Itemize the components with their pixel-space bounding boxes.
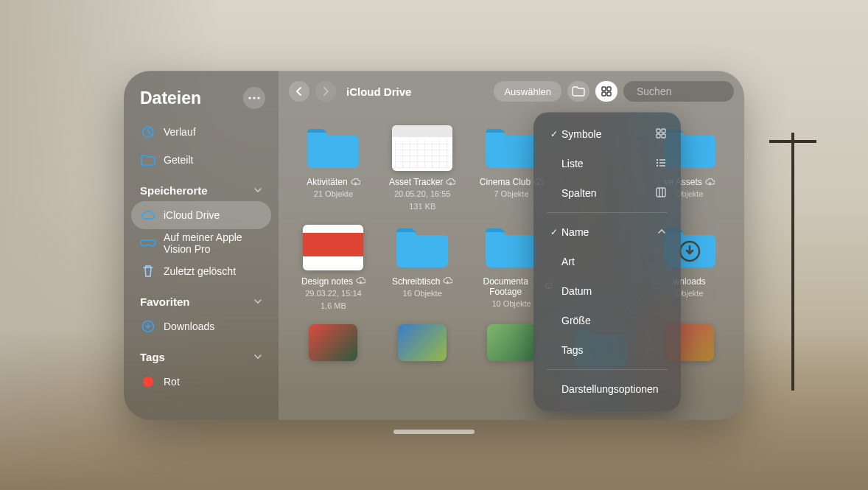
file-name-label: Documenta Footage: [470, 276, 542, 297]
cloud-download-icon: [446, 178, 455, 186]
svg-rect-8: [607, 92, 611, 96]
file-item[interactable]: Design notes29.03.22, 15:141,6 MB: [292, 225, 375, 312]
popover-item-datum[interactable]: Datum: [541, 276, 673, 306]
view-options-popover: ✓SymboleListeSpalten ✓NameArtDatumGrößeT…: [533, 112, 681, 411]
sort-asc-icon: [657, 226, 666, 238]
check-icon: ✓: [548, 129, 560, 139]
sidebar-item-zuletzt-gelöscht[interactable]: Zuletzt gelöscht: [131, 257, 271, 285]
svg-point-17: [657, 161, 658, 163]
popover-item-größe[interactable]: Größe: [541, 306, 673, 335]
new-folder-button[interactable]: [567, 81, 589, 102]
cloud-download-icon: [443, 277, 452, 285]
grid-icon: [656, 128, 666, 141]
svg-rect-12: [657, 129, 660, 133]
file-meta: 21 Objekte: [314, 189, 353, 200]
section-tags[interactable]: Tags: [131, 340, 271, 368]
download-circle-icon: [140, 320, 156, 333]
check-icon: ✓: [548, 227, 560, 237]
popover-item-name[interactable]: ✓Name: [541, 217, 673, 247]
sidebar-item-label: Auf meiner Apple Vision Pro: [164, 231, 262, 255]
svg-rect-5: [602, 87, 606, 91]
file-item[interactable]: [381, 324, 464, 370]
sidebar-item-rot[interactable]: Rot: [131, 368, 271, 396]
main-content: iCloud Drive Auswählen Aktivitäten21 Obj…: [279, 71, 744, 420]
visionpro-icon: [140, 239, 156, 248]
sidebar-item-label: Rot: [164, 376, 180, 388]
list-icon: [656, 158, 666, 170]
file-meta: 16 Objekte: [403, 288, 442, 299]
tag-dot-icon: [143, 377, 153, 387]
folder-icon: [481, 225, 542, 270]
section-locations[interactable]: Speicherorte: [131, 174, 271, 201]
popover-item-symbole[interactable]: ✓Symbole: [541, 119, 673, 149]
file-meta: 20.05.20, 16:55: [394, 189, 450, 200]
file-name-label: Asset Tracker: [389, 177, 443, 187]
file-name-label: Aktivitäten: [307, 177, 347, 187]
sidebar-item-geteilt[interactable]: Geteilt: [131, 146, 271, 174]
sidebar-item-icloud-drive[interactable]: iCloud Drive: [131, 201, 271, 229]
popover-item-spalten[interactable]: Spalten: [541, 178, 673, 208]
popover-item-tags[interactable]: Tags: [541, 335, 673, 365]
photo-thumbnail: [487, 324, 536, 361]
document-icon: [392, 125, 452, 171]
cloud-icon: [140, 210, 156, 220]
folder-icon: [303, 125, 363, 171]
sidebar-item-downloads[interactable]: Downloads: [131, 312, 271, 340]
popover-item-art[interactable]: Art: [541, 247, 673, 276]
popover-item-label: Tags: [561, 344, 666, 356]
folder-icon: [392, 225, 452, 270]
select-button[interactable]: Auswählen: [494, 81, 561, 102]
file-item[interactable]: [292, 324, 375, 370]
popover-item-label: Spalten: [561, 187, 656, 199]
sidebar-item-label: Downloads: [164, 321, 214, 332]
chevron-down-icon: [253, 184, 262, 197]
app-title: Dateien: [140, 88, 243, 108]
file-meta: 7 Objekte: [494, 189, 528, 200]
cloud-download-icon: [705, 178, 715, 186]
section-favorites[interactable]: Favoriten: [131, 285, 271, 312]
svg-point-2: [257, 97, 259, 99]
more-button[interactable]: [243, 87, 265, 109]
file-item[interactable]: Schreibtisch16 Objekte: [381, 225, 464, 312]
location-title: iCloud Drive: [346, 85, 494, 98]
svg-point-0: [248, 97, 251, 99]
file-name-label: Design notes: [301, 276, 353, 287]
sidebar-item-auf-meiner-apple-vision-pro[interactable]: Auf meiner Apple Vision Pro: [131, 229, 271, 257]
sidebar-item-label: Zuletzt gelöscht: [164, 265, 236, 277]
popover-item-label: Name: [561, 226, 657, 238]
section-locations-label: Speicherorte: [140, 184, 208, 197]
search-field[interactable]: [623, 81, 734, 102]
cloud-download-icon: [351, 178, 360, 186]
sidebar-item-label: Geteilt: [164, 154, 193, 166]
file-item[interactable]: Asset Tracker20.05.20, 16:55131 KB: [381, 125, 464, 213]
sidebar-item-verlauf[interactable]: Verlauf: [131, 118, 271, 146]
back-button[interactable]: [289, 81, 309, 102]
cloud-download-icon: [356, 277, 365, 285]
file-meta: 131 KB: [409, 201, 435, 212]
svg-point-1: [253, 97, 255, 99]
select-button-label: Auswählen: [504, 86, 551, 97]
window-resize-bar[interactable]: [393, 430, 475, 434]
svg-rect-22: [657, 188, 665, 197]
folder-icon: [481, 125, 542, 171]
document-icon: [303, 225, 363, 270]
search-input[interactable]: [637, 85, 744, 97]
svg-rect-13: [662, 129, 665, 133]
section-tags-label: Tags: [140, 351, 165, 363]
display-options-item[interactable]: Darstellungsoptionen: [541, 374, 673, 404]
popover-item-label: Datum: [561, 285, 666, 297]
chevron-down-icon: [253, 295, 262, 308]
popover-item-liste[interactable]: Liste: [541, 149, 673, 178]
separator: [547, 212, 668, 213]
file-name-label: Schreibtisch: [392, 276, 440, 287]
view-options-button[interactable]: [595, 81, 617, 102]
files-window: Dateien VerlaufGeteilt Speicherorte iClo…: [124, 71, 744, 420]
svg-point-18: [657, 164, 658, 166]
display-options-label: Darstellungsoptionen: [561, 383, 666, 395]
sidebar: Dateien VerlaufGeteilt Speicherorte iClo…: [124, 71, 279, 420]
section-favorites-label: Favoriten: [140, 295, 190, 308]
clock-icon: [140, 125, 156, 139]
forward-button[interactable]: [315, 81, 336, 102]
popover-item-label: Symbole: [561, 128, 656, 140]
file-item[interactable]: Aktivitäten21 Objekte: [292, 125, 375, 213]
